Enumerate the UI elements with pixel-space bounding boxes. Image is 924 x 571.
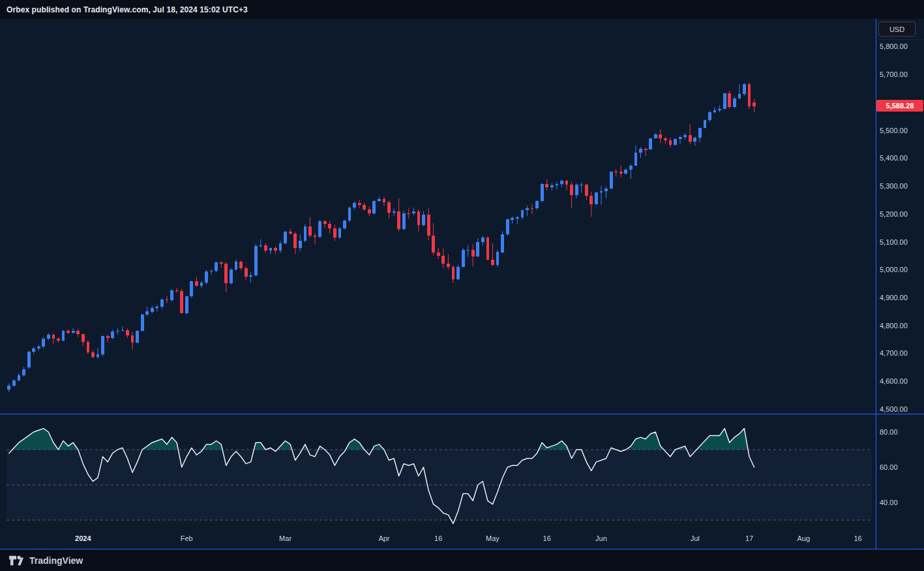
currency-usd-button[interactable]: USD bbox=[878, 22, 916, 37]
time-axis[interactable] bbox=[0, 530, 876, 549]
tradingview-chart-window: Orbex published on TradingView.com, Jul … bbox=[0, 0, 924, 571]
tradingview-logo[interactable]: TradingView bbox=[8, 554, 83, 567]
tradingview-logo-text: TradingView bbox=[29, 555, 83, 566]
candlestick-chart[interactable] bbox=[0, 0, 924, 571]
tradingview-logo-icon bbox=[8, 554, 25, 567]
footer: TradingView bbox=[0, 549, 924, 571]
price-axis-divider bbox=[876, 39, 924, 40]
chart-header: Orbex published on TradingView.com, Jul … bbox=[0, 0, 924, 19]
chart-attribution: Orbex published on TradingView.com, Jul … bbox=[7, 5, 248, 14]
price-axis[interactable] bbox=[876, 19, 924, 549]
last-price-tag: 5,588.28 bbox=[876, 100, 923, 112]
